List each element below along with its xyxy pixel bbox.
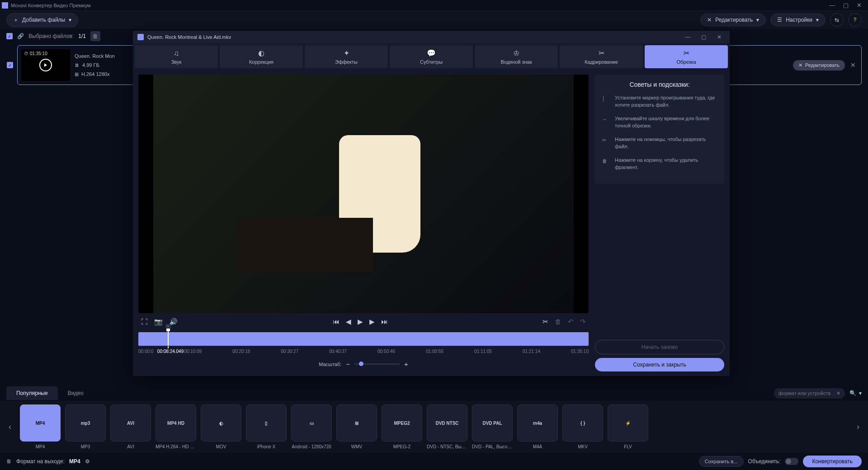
window-titlebar: Movavi Конвертер Видео Премиум — ▢ ✕ [0, 0, 868, 11]
marker-close-icon[interactable]: × [165, 324, 171, 329]
share-button[interactable]: ⇆ [830, 13, 844, 27]
output-format-value: MP4 [69, 458, 80, 465]
skip-end-button[interactable]: ⏭ [381, 318, 388, 326]
file-edit-button[interactable]: ✕ Редактировать [793, 60, 845, 70]
format-badge: m4a [517, 404, 558, 442]
format-label: MP4 [36, 444, 45, 449]
format-card[interactable]: ⊞WMV [336, 404, 377, 449]
formats-next-button[interactable]: › [853, 407, 863, 447]
timeline-ticks: 00:08:24.049 00:00:000:10:0900:20:1800:3… [138, 346, 589, 357]
timeline-tick: 00:50:46 [377, 349, 395, 357]
search-clear-button[interactable]: ✕ [836, 390, 840, 396]
contrast-icon: ◐ [258, 49, 264, 57]
editor-close-button[interactable]: ✕ [713, 34, 725, 40]
tab-popular[interactable]: Популярные [6, 386, 58, 400]
delete-selected-button[interactable]: 🗑 [90, 31, 100, 41]
format-card[interactable]: { }MKV [562, 404, 603, 449]
settings-dropdown[interactable]: ☰ Настройки ▾ [770, 14, 826, 26]
add-files-button[interactable]: ＋ Добавить файлы ▾ [6, 13, 78, 27]
timeline-track[interactable]: × [138, 332, 589, 346]
format-card[interactable]: ⚡FLV [608, 404, 648, 449]
zoom-thumb[interactable] [359, 362, 363, 366]
editor-maximize-button[interactable]: ▢ [698, 34, 710, 40]
timeline[interactable]: × 00:08:24.049 00:00:000:10:0900:20:1800… [138, 332, 589, 357]
tab-correction[interactable]: ◐Коррекция [220, 45, 303, 68]
help-button[interactable]: ? [848, 13, 862, 27]
zoom-slider[interactable] [354, 363, 400, 365]
add-files-label: Добавить файлы [22, 17, 65, 23]
close-button[interactable]: ✕ [857, 2, 862, 9]
search-field[interactable]: ✕ [774, 388, 845, 399]
file-remove-button[interactable]: ✕ [849, 61, 858, 69]
stamp-icon: ♔ [513, 49, 519, 57]
format-card[interactable]: MP4 HDMP4 H.264 - HD 720p [156, 404, 196, 449]
gear-icon[interactable]: ⚙ [85, 458, 90, 465]
format-card[interactable]: DVD NTSCDVD - NTSC, Высоко... [427, 404, 467, 449]
fullscreen-button[interactable]: ⛶ [141, 318, 148, 326]
select-all-checkbox[interactable]: ✓ [6, 33, 13, 39]
footer-bar: 🗎 Формат на выходе: MP4 ⚙ Сохранить в...… [0, 453, 868, 470]
format-card[interactable]: ◐MOV [201, 404, 241, 449]
category-tabs: Популярные Видео ✕ 🔍 ▾ [0, 385, 868, 401]
timeline-tick: 01:21:14 [523, 349, 540, 357]
format-card[interactable]: m4aM4A [517, 404, 558, 449]
search-input[interactable] [778, 390, 833, 396]
chevron-down-icon: ▾ [816, 17, 819, 23]
maximize-button[interactable]: ▢ [843, 2, 849, 9]
step-back-button[interactable]: ◀ [346, 318, 351, 326]
file-thumbnail[interactable]: ⏱ 01:35:10 [21, 49, 70, 81]
search-icon[interactable]: 🔍 [849, 390, 856, 396]
sliders-icon: ☰ [777, 17, 782, 23]
trash-icon: 🗑 [93, 33, 98, 39]
redo-button[interactable]: ↷ [580, 318, 586, 326]
tab-effects[interactable]: ✦Эффекты [305, 45, 388, 68]
format-card[interactable]: MPEG2MPEG-2 [382, 404, 422, 449]
editor-titlebar: Queen. Rock Montreal & Live Aid.mkv — ▢ … [133, 31, 730, 43]
zoom-out-button[interactable]: − [346, 360, 350, 368]
format-card[interactable]: AVIAVI [110, 404, 151, 449]
editor-modal: Queen. Rock Montreal & Live Aid.mkv — ▢ … [133, 31, 730, 376]
tab-subtitles[interactable]: 💬Субтитры [390, 45, 473, 68]
format-label: MOV [216, 444, 226, 449]
delete-segment-button[interactable]: 🗑 [555, 318, 561, 326]
format-label: MP4 H.264 - HD 720p [156, 444, 196, 449]
reset-button[interactable]: Начать заново [595, 340, 724, 354]
format-card[interactable]: mp3MP3 [65, 404, 106, 449]
format-card[interactable]: ▭Android - 1280x720 [291, 404, 332, 449]
convert-button[interactable]: Конвертировать [803, 456, 862, 467]
save-close-button[interactable]: Сохранить и закрыть [595, 358, 724, 371]
format-label: FLV [624, 444, 632, 449]
tip-item: ↔Увеличивайте шкалу времени для более то… [602, 115, 717, 130]
selection-count: 1/1 [78, 33, 86, 39]
format-label: DVD - PAL, Высокое ... [472, 444, 513, 449]
snapshot-button[interactable]: 📷 [154, 318, 163, 326]
tab-trim[interactable]: ✂Обрезка [645, 45, 728, 68]
merge-toggle[interactable] [785, 458, 798, 465]
edit-dropdown[interactable]: ✕ Редактировать ▾ [700, 14, 766, 26]
tip-item: 🗑Нажмите на корзину, чтобы удалить фрагм… [602, 157, 717, 171]
format-card[interactable]: MP4MP4 [20, 404, 61, 449]
minimize-button[interactable]: — [829, 2, 835, 9]
chevron-down-icon: ▾ [69, 17, 71, 23]
tab-crop[interactable]: ✂Кадрирование [560, 45, 643, 68]
tab-video[interactable]: Видео [58, 386, 94, 400]
format-label: DVD - NTSC, Высоко... [427, 444, 467, 449]
tools-icon: ✕ [798, 62, 802, 68]
tab-watermark[interactable]: ♔Водяной знак [475, 45, 558, 68]
undo-button[interactable]: ↶ [568, 318, 574, 326]
formats-prev-button[interactable]: ‹ [5, 407, 15, 447]
zoom-in-button[interactable]: + [404, 360, 408, 368]
step-forward-button[interactable]: ▶ [369, 318, 375, 326]
editor-minimize-button[interactable]: — [681, 34, 694, 40]
format-badge: DVD NTSC [427, 404, 467, 442]
video-preview[interactable] [138, 75, 589, 313]
format-card[interactable]: DVD PALDVD - PAL, Высокое ... [472, 404, 513, 449]
format-card[interactable]: ▯iPhone X [246, 404, 287, 449]
tab-audio[interactable]: ♫Звук [135, 45, 218, 68]
file-checkbox[interactable]: ✓ [7, 62, 13, 68]
chevron-down-icon[interactable]: ▾ [859, 390, 862, 396]
save-to-button[interactable]: Сохранить в... [699, 456, 744, 467]
play-button[interactable]: ▶ [358, 318, 363, 326]
cut-button[interactable]: ✂ [542, 318, 548, 326]
skip-start-button[interactable]: ⏮ [333, 318, 340, 326]
